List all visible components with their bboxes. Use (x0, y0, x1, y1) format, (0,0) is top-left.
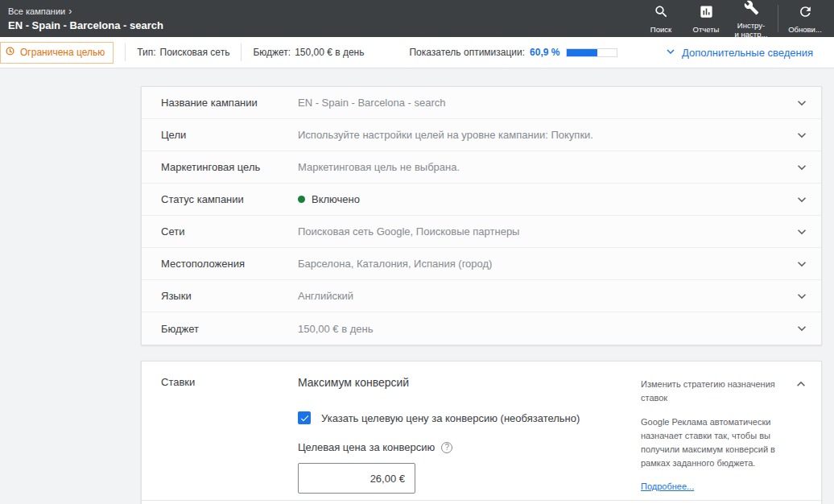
target-cpa-label: Целевая цена за конверсию (298, 441, 435, 453)
statusbar-separator (125, 43, 126, 61)
chevron-down-icon[interactable] (794, 288, 810, 304)
campaign-budget: Бюджет: 150,00 € в день (253, 47, 364, 58)
settings-row-networks[interactable]: Сети Поисковая сеть Google, Поисковые па… (142, 216, 821, 248)
optimization-score-label: Показатель оптимизации: (409, 47, 525, 58)
row-value: Английский (298, 290, 794, 302)
refresh-button-label: Обнови... (788, 25, 822, 34)
settings-row-goals[interactable]: Цели Используйте настройки целей на уров… (142, 119, 821, 151)
learn-more-link[interactable]: Подробнее... (641, 481, 694, 491)
reports-icon (699, 4, 714, 23)
row-label: Маркетинговая цель (161, 161, 298, 173)
chevron-down-icon[interactable] (794, 95, 810, 111)
limited-by-goal-badge[interactable]: Ограничена целью (0, 42, 114, 64)
bidding-section-card: Ставки Максимум конверсий Указать целеву… (141, 361, 822, 504)
tools-settings-button-label: Инстру- и настр... (735, 21, 768, 39)
breadcrumb-label: Все кампании (8, 6, 65, 16)
chevron-down-icon[interactable] (794, 256, 810, 272)
collapse-control[interactable] (787, 376, 815, 504)
campaign-type-label: Тип: (137, 47, 155, 58)
tools-settings-button[interactable]: Инстру- и настр... (729, 0, 774, 39)
bidding-help-title: Изменить стратегию назначения ставок (641, 378, 787, 405)
chevron-down-icon[interactable] (794, 224, 810, 240)
limited-status-icon (4, 45, 16, 60)
row-label: Сети (161, 225, 298, 238)
top-app-bar: Все кампании EN - Spain - Barcelona - se… (0, 0, 834, 37)
row-value: 150,00 € в день (298, 323, 794, 335)
chevron-down-icon[interactable] (794, 159, 810, 176)
optimization-progress-fill (567, 49, 597, 56)
additional-details-link[interactable]: Дополнительные сведения (663, 44, 813, 61)
bidding-help-panel: Изменить стратегию назначения ставок Goo… (641, 376, 787, 504)
status-enabled-dot (298, 196, 305, 203)
row-label: Название кампании (161, 97, 298, 109)
row-value: Барселона, Каталония, Испания (город) (298, 258, 794, 270)
chevron-down-icon (663, 44, 678, 61)
optimization-score: Показатель оптимизации: 60,9 % (409, 47, 617, 58)
statusbar-separator (241, 43, 242, 61)
target-cpa-input[interactable] (298, 463, 415, 494)
campaign-type-value: Поисковая сеть (160, 47, 230, 58)
row-label: Местоположения (161, 258, 298, 270)
row-label: Языки (161, 290, 298, 302)
row-label: Статус кампании (161, 193, 298, 205)
bidding-settings: Максимум конверсий Указать целевую цену … (298, 376, 641, 504)
target-cpa-checkbox-label: Указать целевую цену за конверсию (необя… (321, 412, 580, 424)
settings-content: Название кампании EN - Spain - Barcelona… (0, 68, 834, 504)
bidding-help-text: Google Реклама автоматически назначает с… (641, 415, 787, 470)
settings-row-budget[interactable]: Бюджет 150,00 € в день (142, 312, 821, 345)
status-enabled-label: Включено (312, 193, 360, 205)
header-divider (778, 5, 778, 32)
reports-button[interactable]: Отчеты (683, 2, 729, 34)
optimization-progress-bar (566, 48, 617, 57)
chevron-down-icon[interactable] (794, 320, 810, 337)
refresh-icon (798, 4, 813, 23)
limited-by-goal-label: Ограничена целью (20, 47, 105, 58)
campaign-budget-value: 150,00 € в день (295, 47, 364, 58)
row-value: Включено (298, 193, 794, 205)
row-value: Используйте настройки целей на уровне ка… (298, 129, 794, 141)
chevron-up-icon[interactable] (793, 376, 809, 504)
row-label: Цели (161, 129, 298, 141)
checkbox-checked-icon[interactable] (298, 411, 311, 424)
campaign-header: Все кампании EN - Spain - Barcelona - se… (8, 6, 163, 31)
reports-button-label: Отчеты (693, 25, 720, 34)
campaign-settings-card: Название кампании EN - Spain - Barcelona… (141, 86, 822, 345)
campaign-type: Тип: Поисковая сеть (137, 47, 229, 58)
search-button[interactable]: Поиск (638, 2, 683, 34)
campaign-budget-label: Бюджет: (253, 47, 291, 58)
chevron-down-icon[interactable] (794, 127, 810, 143)
breadcrumb[interactable]: Все кампании (8, 6, 163, 17)
bidding-bottom-divider (142, 500, 821, 501)
settings-row-languages[interactable]: Языки Английский (142, 280, 821, 312)
search-icon (654, 4, 669, 23)
row-value: Поисковая сеть Google, Поисковые партнер… (298, 225, 794, 238)
bidding-strategy-name: Максимум конверсий (298, 376, 628, 389)
target-cpa-checkbox-row[interactable]: Указать целевую цену за конверсию (необя… (298, 411, 628, 424)
tools-settings-icon (744, 0, 759, 19)
search-button-label: Поиск (650, 25, 671, 34)
row-value: Маркетинговая цель не выбрана. (298, 161, 794, 173)
refresh-button[interactable]: Обнови... (782, 2, 828, 34)
settings-row-campaign-status[interactable]: Статус кампании Включено (142, 184, 821, 216)
optimization-score-value: 60,9 % (530, 47, 559, 58)
campaign-status-bar: Ограничена целью Тип: Поисковая сеть Бюд… (0, 37, 834, 68)
row-label: Бюджет (161, 323, 298, 335)
settings-row-campaign-name[interactable]: Название кампании EN - Spain - Barcelona… (142, 87, 821, 119)
additional-details-label: Дополнительные сведения (682, 47, 813, 59)
header-actions: Поиск Отчеты Инстру- и настр... Обнови..… (638, 0, 828, 39)
row-value: EN - Spain - Barcelona - search (298, 97, 794, 109)
settings-row-marketing-goal[interactable]: Маркетинговая цель Маркетинговая цель не… (142, 151, 821, 184)
chevron-down-icon[interactable] (794, 192, 810, 208)
page-title: EN - Spain - Barcelona - search (8, 19, 163, 31)
target-cpa-label-row: Целевая цена за конверсию (298, 441, 628, 453)
settings-row-locations[interactable]: Местоположения Барселона, Каталония, Исп… (142, 248, 821, 280)
help-icon[interactable] (441, 442, 452, 453)
bidding-section-label: Ставки (161, 376, 298, 504)
